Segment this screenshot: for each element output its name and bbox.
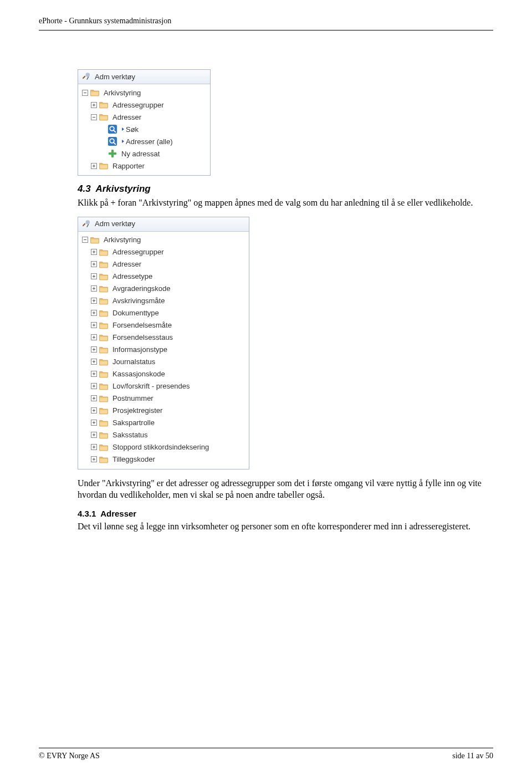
folder-icon (98, 297, 109, 305)
tree-expander-slot (89, 420, 98, 426)
tree-expander-slot (89, 383, 98, 389)
folder-icon (98, 370, 109, 379)
expand-icon[interactable] (91, 346, 97, 353)
expand-icon[interactable] (91, 371, 97, 377)
tree-item-label: Stoppord stikkordsindeksering (112, 443, 209, 451)
collapse-icon[interactable] (82, 237, 88, 243)
page-header: ePhorte - Grunnkurs systemadministrasjon (39, 17, 493, 25)
tree-expander-slot (89, 310, 98, 316)
folder-icon (98, 455, 109, 464)
expand-icon[interactable] (91, 432, 97, 438)
folder-icon (89, 236, 100, 244)
tree-expander-slot (89, 334, 98, 340)
tree-item[interactable]: Rapporter (80, 160, 208, 172)
tree-expander-slot (80, 90, 89, 96)
expand-icon[interactable] (91, 395, 97, 401)
expand-icon[interactable] (91, 334, 97, 340)
panel-adm-verktoy-small: Adm verktøy ArkivstyringAdressegrupperAd… (78, 69, 211, 176)
tree-item[interactable]: Lov/forskrift - presendes (80, 380, 247, 392)
folder-icon (89, 88, 100, 97)
tree-item[interactable]: Avskrivingsmåte (80, 295, 247, 307)
para-4-3: Klikk på + foran "Arkivstyring" og mappe… (78, 197, 482, 209)
tree-item[interactable]: Tilleggskoder (80, 453, 247, 466)
tree-item[interactable]: Søk (80, 123, 208, 135)
tree-item-label: Saksstatus (112, 431, 148, 439)
tree-item[interactable]: Stoppord stikkordsindeksering (80, 441, 247, 453)
folder-icon (98, 260, 109, 269)
tree-item[interactable]: Adresser (alle) (80, 135, 208, 147)
expand-icon[interactable] (91, 359, 97, 365)
folder-icon (98, 333, 109, 342)
heading-4-3-1: 4.3.1 Adresser (78, 509, 482, 518)
chevron-down-icon[interactable] (122, 140, 124, 143)
collapse-icon[interactable] (82, 90, 88, 96)
expand-icon[interactable] (91, 444, 97, 450)
expand-icon[interactable] (91, 420, 97, 426)
tree-item-label: Dokumenttype (112, 309, 159, 317)
tree-expander-slot (89, 359, 98, 365)
tree-item-label: Avgraderingskode (112, 284, 171, 293)
expand-icon[interactable] (91, 163, 97, 169)
tree-item-label: Arkivstyring (104, 236, 141, 244)
heading-title: Arkivstyring (95, 183, 150, 194)
expand-icon[interactable] (91, 383, 97, 389)
expand-icon[interactable] (91, 456, 97, 462)
folder-icon (98, 100, 109, 109)
expand-icon[interactable] (91, 261, 97, 267)
tree-item[interactable]: Dokumenttype (80, 307, 247, 319)
expand-icon[interactable] (91, 298, 97, 304)
folder-icon (98, 443, 109, 452)
svg-rect-1 (86, 76, 89, 80)
tree-item-label: Avskrivingsmåte (112, 297, 165, 305)
folder-icon (98, 358, 109, 366)
search-icon (107, 136, 118, 146)
expand-icon[interactable] (91, 273, 97, 279)
expand-icon[interactable] (91, 407, 97, 413)
tree-item[interactable]: Arkivstyring (80, 86, 208, 99)
tree-expander-slot (89, 298, 98, 304)
tree-item[interactable]: Adresser (80, 111, 208, 123)
tree-item-label: Adressegrupper (112, 101, 164, 109)
tree-item[interactable]: Adresser (80, 258, 247, 270)
expand-icon[interactable] (91, 322, 97, 328)
tree-expander-slot (89, 102, 98, 108)
tree-item[interactable]: Adressegrupper (80, 246, 247, 258)
tree-item[interactable]: Forsendelsesmåte (80, 319, 247, 331)
page-footer: © EVRY Norge AS side 11 av 50 (39, 748, 493, 760)
tree-expander-slot (89, 456, 98, 462)
tree-item[interactable]: Forsendelsesstaus (80, 331, 247, 344)
tree-item[interactable]: Sakspartrolle (80, 417, 247, 429)
tree-item[interactable]: Arkivstyring (80, 234, 247, 246)
para-under: Under "Arkivstyring" er det adresser og … (78, 477, 482, 501)
tree-expander-slot (89, 395, 98, 401)
chevron-down-icon[interactable] (122, 127, 124, 131)
tools-icon (81, 219, 91, 229)
tree-item[interactable]: Postnummer (80, 392, 247, 405)
tree-item[interactable]: Informasjonstype (80, 344, 247, 356)
tree-expander-slot (89, 322, 98, 328)
expand-icon[interactable] (91, 285, 97, 292)
top-rule (39, 30, 493, 30)
para-4-3-1: Det vil lønne seg å legge inn virksomhet… (78, 520, 482, 533)
heading-num: 4.3.1 (78, 509, 96, 518)
tree-item-label: Informasjonstype (112, 345, 167, 354)
tree-small: ArkivstyringAdressegrupperAdresserSøkAdr… (78, 84, 210, 175)
tree-item[interactable]: Saksstatus (80, 429, 247, 441)
tree-item[interactable]: Prosjektregister (80, 405, 247, 417)
panel-title-label: Adm verktøy (95, 73, 135, 81)
expand-icon[interactable] (91, 310, 97, 316)
expand-icon[interactable] (91, 102, 97, 108)
tree-item[interactable]: Avgraderingskode (80, 283, 247, 295)
tree-item[interactable]: Ny adressat (80, 147, 208, 160)
content: Adm verktøy ArkivstyringAdressegrupperAd… (78, 69, 482, 532)
tree-expander-slot (89, 346, 98, 353)
expand-icon[interactable] (91, 249, 97, 255)
tree-item[interactable]: Journalstatus (80, 356, 247, 368)
tree-item-label: Journalstatus (112, 358, 155, 366)
collapse-icon[interactable] (91, 114, 97, 120)
heading-num: 4.3 (78, 183, 91, 194)
tree-expander-slot (89, 114, 98, 120)
tree-item[interactable]: Adressegrupper (80, 99, 208, 111)
tree-item[interactable]: Kassasjonskode (80, 368, 247, 380)
tree-item[interactable]: Adressetype (80, 270, 247, 283)
